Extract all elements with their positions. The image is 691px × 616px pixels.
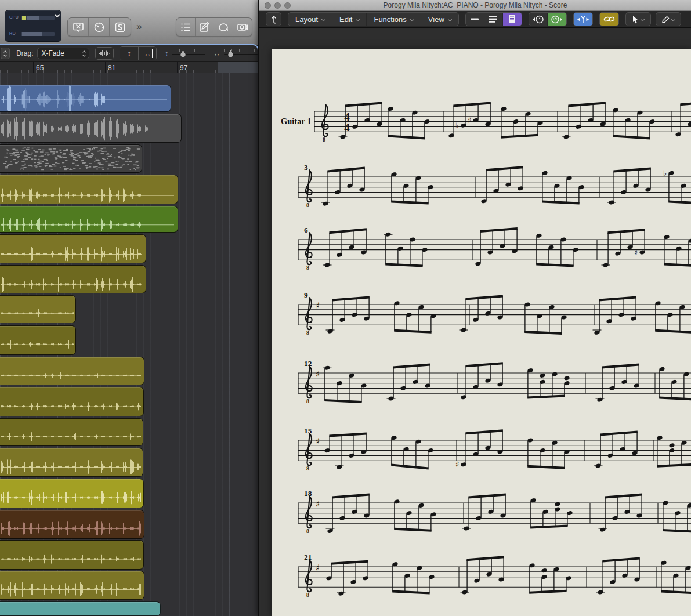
score-page[interactable]: 844Guitar 1♭♯83♭86♯8♯98♯128♯15♯8♯188♯21 (272, 49, 691, 616)
audio-region[interactable] (0, 448, 143, 477)
menu-layout[interactable]: Layout (288, 13, 332, 26)
audio-region[interactable] (0, 357, 144, 385)
svg-text:♭: ♭ (663, 169, 667, 177)
audio-region[interactable] (0, 571, 144, 600)
link-mode-button[interactable] (599, 12, 619, 26)
toolbar-overflow-chevrons[interactable]: » (136, 21, 140, 32)
linear-view-button[interactable] (466, 13, 484, 26)
chevron-down-icon (641, 17, 645, 21)
audio-region[interactable] (0, 479, 144, 508)
single-line-view-icon (470, 16, 479, 22)
audio-region[interactable] (0, 85, 171, 112)
midi-in-button[interactable] (529, 13, 548, 26)
waveform-zoom-button[interactable] (95, 47, 114, 60)
waveform (0, 419, 142, 445)
svg-text:♭: ♭ (455, 121, 459, 130)
notepad-icon (199, 22, 209, 32)
ruler-divider (33, 62, 34, 73)
track-lanes[interactable] (0, 73, 258, 616)
loops-browser-button[interactable] (214, 18, 233, 36)
midi-in-icon (531, 15, 544, 24)
explode-polyphony-button[interactable] (573, 12, 593, 26)
audio-region[interactable] (0, 114, 182, 143)
waveform (0, 206, 176, 231)
menu-functions-label: Functions (374, 15, 406, 24)
media-browser-button[interactable] (233, 18, 252, 36)
svg-text:15: 15 (304, 426, 312, 435)
pointer-icon (632, 15, 639, 24)
performance-meter-button[interactable] (89, 18, 110, 36)
svg-text:18: 18 (304, 489, 312, 498)
horizontal-zoom-slider[interactable] (224, 49, 258, 57)
fit-horizontal-button[interactable]: ↔ (138, 47, 156, 60)
svg-text:6: 6 (304, 226, 308, 234)
loop-icon (218, 23, 229, 32)
menu-edit[interactable]: Edit (332, 13, 367, 26)
vertical-zoom-thumb (180, 50, 186, 57)
vertical-zoom-slider[interactable] (172, 49, 205, 57)
fit-vertical-button[interactable]: ↕ (120, 47, 138, 60)
pencil-tool-button[interactable] (656, 12, 681, 26)
cpu-meter (21, 16, 55, 20)
waveform (0, 175, 176, 203)
solo-button[interactable] (110, 18, 131, 36)
midi-io-group (529, 12, 567, 26)
nudge-stepper[interactable] (1, 48, 10, 59)
menu-layout-label: Layout (295, 15, 318, 24)
vertical-zoom-zone: ↕ (165, 49, 205, 57)
horizontal-zoom-icon: ↔ (214, 49, 220, 57)
solo-icon (114, 21, 126, 33)
page-view-button[interactable] (503, 13, 522, 26)
svg-text:21: 21 (304, 553, 312, 561)
pencil-icon (661, 15, 670, 24)
ruler-divider (177, 62, 178, 73)
fit-horizontal-icon: ↔ (142, 49, 153, 58)
hierarchy-up-button[interactable] (266, 12, 281, 26)
svg-text:8: 8 (306, 528, 309, 534)
midi-out-button[interactable] (548, 13, 566, 26)
svg-text:8: 8 (306, 592, 309, 598)
menu-edit-label: Edit (339, 15, 352, 24)
hd-meter (21, 32, 55, 36)
audio-region[interactable] (0, 175, 178, 204)
svg-text:8: 8 (306, 398, 309, 404)
instrument-name: Guitar 1 (281, 117, 312, 126)
zoom-fit-group: ↕ ↔ (120, 46, 157, 60)
page-view-icon (508, 15, 516, 24)
audio-region[interactable] (0, 418, 143, 446)
notepad-button[interactable] (196, 18, 215, 36)
svg-text:♯: ♯ (634, 248, 638, 257)
discard-recording-button[interactable] (68, 18, 89, 36)
audio-region[interactable] (0, 601, 161, 616)
audio-region[interactable] (0, 234, 146, 263)
arrow-up-icon (270, 15, 278, 24)
score-titlebar[interactable]: Porogy Mila Nitych:AC_PIANO - Porogy Mil… (259, 0, 691, 11)
cpu-meter-panel[interactable]: CPU HD (5, 10, 61, 42)
score-content: 844Guitar 1♭♯83♭86♯8♯98♯128♯15♯8♯188♯21 (259, 30, 691, 616)
waveform (0, 357, 143, 384)
drag-mode-select[interactable]: X-Fade (37, 48, 89, 59)
tracks-toolbar: CPU HD (0, 0, 259, 45)
fit-vertical-icon: ↕ (126, 50, 131, 57)
audio-region[interactable] (0, 295, 76, 323)
audio-region[interactable] (0, 510, 144, 539)
audio-region[interactable] (0, 387, 144, 416)
audio-region[interactable] (0, 144, 142, 173)
menu-functions[interactable]: Functions (367, 13, 421, 26)
drag-label: Drag: (16, 49, 33, 57)
audio-region[interactable] (0, 265, 146, 293)
audio-region[interactable] (0, 325, 76, 355)
audio-region[interactable] (0, 206, 178, 233)
waveform (0, 326, 74, 354)
svg-text:♯: ♯ (316, 300, 320, 311)
audio-region[interactable] (0, 540, 144, 570)
waveform-icon (98, 49, 111, 57)
event-list-button[interactable] (176, 18, 196, 36)
pointer-tool-button[interactable] (625, 12, 651, 26)
view-button-group (176, 17, 252, 37)
bar-ruler[interactable]: 658197 (0, 61, 258, 73)
wrapped-view-button[interactable] (484, 13, 503, 26)
waveform (0, 145, 140, 172)
menu-view[interactable]: View (421, 13, 458, 26)
waveform (0, 296, 74, 322)
